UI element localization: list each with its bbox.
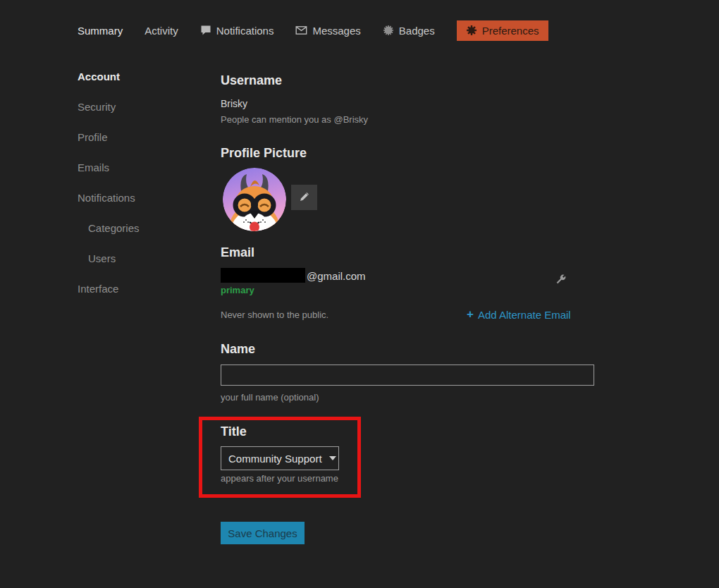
badge-icon [383, 25, 394, 36]
tab-badges-label: Badges [399, 25, 435, 37]
tab-summary[interactable]: Summary [78, 25, 123, 37]
title-heading: Title [221, 424, 247, 439]
edit-avatar-button[interactable] [291, 185, 317, 210]
email-address: @gmail.com [307, 270, 366, 282]
tab-summary-label: Summary [78, 25, 123, 37]
email-settings-button[interactable] [554, 274, 567, 286]
name-hint: your full name (optional) [221, 392, 319, 403]
tab-preferences[interactable]: Preferences [457, 20, 548, 41]
save-changes-button[interactable]: Save Changes [221, 522, 305, 544]
email-redaction-box [221, 268, 305, 283]
title-hint: appears after your username [221, 473, 338, 484]
sidebar-item-profile[interactable]: Profile [78, 131, 197, 142]
caret-down-icon [329, 456, 336, 460]
tab-notifications-label: Notifications [216, 25, 274, 37]
username-value: Brisky [221, 98, 247, 109]
name-heading: Name [221, 342, 255, 357]
sidebar-item-interface[interactable]: Interface [78, 283, 197, 294]
tab-activity-label: Activity [145, 25, 178, 37]
tab-activity[interactable]: Activity [145, 25, 178, 37]
wrench-icon [555, 277, 567, 288]
add-alternate-email-label: Add Alternate Email [478, 309, 571, 321]
primary-email-badge: primary [221, 285, 254, 295]
envelope-icon [295, 25, 307, 36]
email-hint: Never shown to the public. [221, 310, 328, 320]
username-hint: People can mention you as @Brisky [221, 114, 368, 125]
tab-messages-label: Messages [312, 25, 360, 37]
avatar[interactable] [223, 168, 286, 231]
sidebar-item-account[interactable]: Account [78, 71, 197, 82]
tab-messages[interactable]: Messages [295, 25, 360, 37]
tab-badges[interactable]: Badges [383, 25, 435, 37]
plus-icon: + [467, 307, 474, 321]
profile-picture-heading: Profile Picture [221, 146, 307, 161]
add-alternate-email-link[interactable]: + Add Alternate Email [467, 307, 571, 321]
sidebar-item-notifications[interactable]: Notifications [78, 192, 197, 203]
tab-notifications[interactable]: Notifications [200, 25, 274, 37]
speech-bubble-icon [200, 25, 211, 36]
pencil-icon [299, 191, 310, 204]
sidebar-item-users[interactable]: Users [78, 252, 197, 264]
sidebar-item-emails[interactable]: Emails [78, 161, 197, 173]
title-selected-option: Community Support [228, 453, 322, 465]
email-heading: Email [221, 245, 254, 260]
full-name-input[interactable] [221, 365, 594, 386]
user-nav: Summary Activity Notifications Messages [78, 18, 548, 42]
title-select[interactable]: Community Support [221, 446, 339, 470]
sidebar-item-security[interactable]: Security [78, 101, 197, 112]
preferences-page: Summary Activity Notifications Messages [0, 0, 719, 588]
preferences-sidebar: Account Security Profile Emails Notifica… [78, 71, 197, 313]
gear-icon [466, 25, 477, 36]
tab-preferences-label: Preferences [482, 25, 539, 37]
sidebar-item-categories[interactable]: Categories [78, 222, 197, 233]
username-heading: Username [221, 73, 282, 88]
